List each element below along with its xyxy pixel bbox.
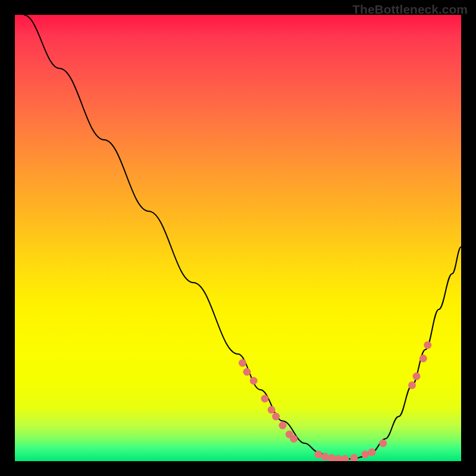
data-dot (342, 455, 349, 461)
data-dots-group (239, 342, 431, 462)
data-dot (408, 381, 416, 389)
data-dot (250, 377, 258, 385)
data-dot (279, 422, 287, 430)
data-dot (361, 450, 369, 458)
data-dot (239, 359, 246, 367)
chart-curve-svg (15, 15, 461, 461)
data-dot (315, 450, 322, 458)
data-dot (268, 406, 275, 414)
data-dot (243, 368, 251, 376)
data-dot (272, 413, 280, 421)
data-dot (328, 454, 336, 461)
data-dot (419, 355, 427, 362)
data-dot (334, 455, 342, 461)
data-dot (424, 342, 431, 349)
data-dot (290, 435, 298, 443)
data-dot (413, 372, 421, 380)
data-dot (368, 449, 376, 456)
data-dot (350, 454, 358, 461)
bottleneck-curve (24, 15, 461, 459)
watermark-text: TheBottleneck.com (352, 2, 468, 17)
data-dot (379, 440, 387, 447)
data-dot (261, 395, 269, 403)
data-dot (321, 453, 329, 461)
